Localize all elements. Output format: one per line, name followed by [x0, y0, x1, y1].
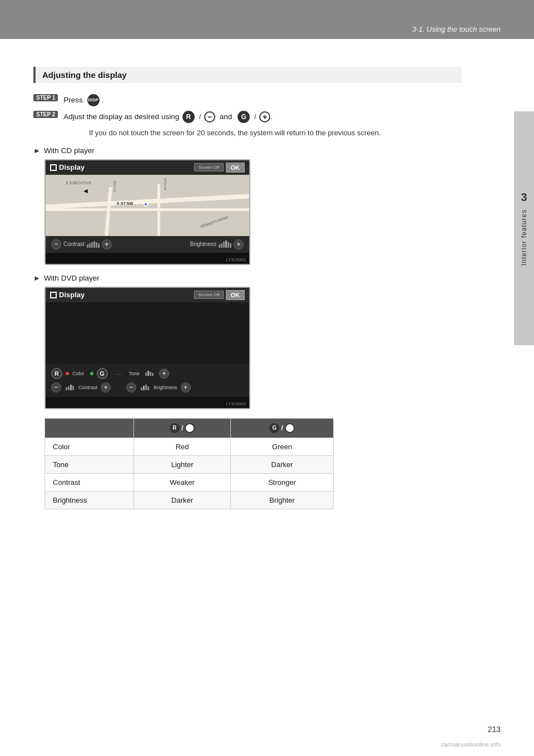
table-cell-col3: Darker: [231, 455, 334, 473]
table-minus-icon: −: [185, 423, 195, 433]
step2-line: STEP 2 Adjust the display as desired usi…: [33, 111, 462, 123]
dvd-color-label: Color: [72, 371, 85, 376]
table-plus-icon: +: [285, 423, 295, 433]
step2-badge: STEP 2: [33, 111, 58, 118]
table-r-icon: R: [170, 423, 180, 433]
cd-controls-bar: − Contrast + Brightness: [46, 236, 249, 253]
chapter-label: Interior features: [520, 209, 528, 266]
cd-label-text: With CD player: [44, 146, 95, 155]
dvd-tone-plus[interactable]: +: [159, 369, 169, 379]
cd-arrow-icon: ►: [33, 146, 41, 155]
cd-screen-title-text: Display: [59, 163, 85, 171]
dvd-label-text: With DVD player: [44, 274, 100, 282]
step1-press-text: Press: [63, 96, 83, 104]
dvd-color-tone-row: R Color G — Tone +: [51, 368, 244, 379]
dvd-controls-area: R Color G — Tone + −: [46, 364, 249, 397]
dvd-screen-title: Display: [50, 291, 85, 299]
table-row: ToneLighterDarker: [45, 455, 334, 473]
table-row: ColorRedGreen: [45, 438, 334, 455]
table-body: ColorRedGreenToneLighterDarkerContrastWe…: [45, 438, 334, 509]
dvd-g-button[interactable]: G: [97, 368, 108, 379]
minus-button-icon[interactable]: −: [204, 111, 215, 122]
cd-brightness-plus[interactable]: +: [234, 239, 244, 249]
cd-contrast-plus[interactable]: +: [102, 239, 112, 249]
dvd-tone-label: Tone: [129, 371, 140, 376]
dvd-contrast-label: Contrast: [78, 385, 97, 390]
cd-code-text: LY315002: [226, 257, 246, 262]
table-cell-label: Tone: [45, 455, 134, 473]
cd-brightness-label: Brightness: [190, 241, 216, 247]
step1-line: STEP 1 Press DISP.: [33, 94, 462, 106]
dvd-tone-bars: [145, 371, 154, 376]
dvd-r-button[interactable]: R: [51, 368, 62, 379]
dvd-screen-off-button[interactable]: Screen Off: [194, 291, 223, 299]
dvd-contrast-plus[interactable]: +: [101, 382, 111, 392]
table-cell-label: Contrast: [45, 473, 134, 491]
cd-subsection-label: ► With CD player: [33, 146, 462, 155]
cd-screen-title: Display: [50, 163, 85, 171]
dvd-brightness-label: Brightness: [154, 385, 177, 390]
plus-button-icon[interactable]: +: [259, 111, 270, 122]
dvd-brightness-minus[interactable]: −: [126, 382, 136, 392]
dvd-code-text: LY315002: [226, 401, 246, 406]
table-header-col1: [45, 418, 134, 438]
dvd-video-area: [46, 302, 249, 364]
dvd-contrast-minus[interactable]: −: [51, 382, 61, 392]
cd-screen-buttons: Screen Off OK: [194, 163, 245, 173]
cd-contrast-label: Contrast: [63, 241, 85, 247]
main-content: Adjusting the display STEP 1 Press DISP.…: [0, 39, 501, 543]
step2-note: If you do not touch the screen for 20 se…: [89, 127, 462, 139]
table-cell-col3: Green: [231, 438, 334, 455]
cd-screen-ok-button[interactable]: OK: [226, 163, 245, 173]
table-cell-col2: Darker: [134, 491, 231, 509]
display-icon: [50, 164, 57, 171]
chapter-sidebar: 3 Interior features: [514, 111, 534, 345]
table-g-icon: G: [269, 423, 279, 433]
comparison-table: R / − G / + ColorRedGreenToneLighterDark…: [44, 418, 334, 509]
map-location-marker: [144, 202, 148, 207]
g-button-icon[interactable]: G: [238, 111, 250, 123]
cd-map-area: E EXECUTIVE E ST NW 5TH ST 10TH ST PENNS…: [46, 175, 249, 236]
dvd-screen-ok-button[interactable]: OK: [226, 290, 245, 300]
map-street-v1: [105, 186, 112, 235]
table-header-col3: G / +: [231, 418, 334, 438]
cd-brightness-group: Brightness +: [190, 239, 244, 249]
cd-screen-off-button[interactable]: Screen Off: [194, 163, 223, 171]
watermark: carmanualsonline.info: [441, 741, 501, 748]
disp-button-icon[interactable]: DISP: [87, 94, 100, 106]
dvd-subsection-label: ► With DVD player: [33, 274, 462, 282]
r-button-icon[interactable]: R: [182, 111, 195, 123]
map-street-v2: [157, 184, 160, 236]
table-row: ContrastWeakerStronger: [45, 473, 334, 491]
cd-contrast-group: − Contrast +: [51, 239, 112, 249]
table-cell-col3: Brighter: [231, 491, 334, 509]
page-number: 213: [488, 725, 501, 734]
dvd-dot-green: [90, 372, 93, 375]
table-cell-label: Brightness: [45, 491, 134, 509]
map-label-10th: 10TH ST: [164, 178, 167, 191]
step1-text: Press DISP.: [63, 94, 103, 106]
map-label-est: E ST NW: [117, 202, 133, 205]
dvd-dot-red: [66, 372, 69, 375]
dvd-contrast-bright-row: − Contrast + − Brightness +: [51, 382, 244, 392]
dvd-screen-buttons: Screen Off OK: [194, 290, 245, 300]
step2-adjust-text: Adjust the display as desired using: [63, 112, 179, 121]
chapter-number: 3: [521, 191, 527, 204]
cd-contrast-minus[interactable]: −: [51, 239, 61, 249]
page-header: 3-1. Using the touch screen: [0, 0, 534, 39]
map-label-5th: 5TH ST: [113, 181, 116, 193]
dvd-brightness-plus[interactable]: +: [181, 382, 191, 392]
table-cell-label: Color: [45, 438, 134, 455]
dvd-brightness-bars: [141, 385, 149, 390]
map-street-h2: [46, 208, 249, 211]
section-heading-text: Adjusting the display: [42, 70, 127, 80]
cd-screen-titlebar: Display Screen Off OK: [46, 160, 249, 175]
section-title: 3-1. Using the touch screen: [412, 25, 501, 33]
table-header-col2: R / −: [134, 418, 231, 438]
table-cell-col2: Red: [134, 438, 231, 455]
dvd-screen-mockup: Display Screen Off OK R Color G — Tone: [44, 287, 250, 409]
cd-screen-mockup: Display Screen Off OK E EXECUTIVE E ST N…: [44, 159, 250, 265]
dvd-screen-code: LY315002: [46, 397, 249, 408]
step1-badge: STEP 1: [33, 94, 58, 101]
table-cell-col2: Lighter: [134, 455, 231, 473]
